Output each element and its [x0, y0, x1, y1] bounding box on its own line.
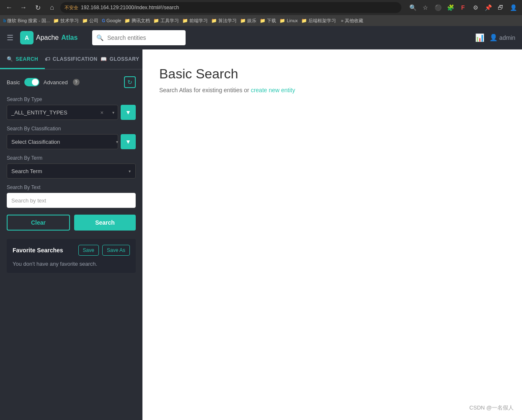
user-button[interactable]: 👤 admin	[489, 34, 515, 41]
search-icon-btn[interactable]: 🔍	[407, 2, 418, 13]
type-select-box[interactable]: _ALL_ENTITY_TYPES × ▾	[7, 105, 118, 120]
refresh-button[interactable]: ↻	[124, 76, 136, 88]
favorite-searches-section: Favorite Searches Save Save As You don't…	[7, 239, 136, 273]
favorite-title: Favorite Searches	[13, 247, 75, 254]
bookmark-entertainment[interactable]: 📁 娱乐	[240, 18, 256, 24]
basic-label: Basic	[7, 79, 20, 86]
nav-forward-button[interactable]: →	[18, 2, 29, 13]
feedly-btn[interactable]: F	[457, 2, 468, 13]
bookmark-linux[interactable]: 📁 Linux	[279, 18, 297, 23]
logo-icon: A	[20, 31, 34, 44]
browser-chrome: ← → ↻ ⌂ 不安全 192.168.164.129:21000/index.…	[0, 0, 522, 26]
user-avatar-btn[interactable]: 👤	[508, 2, 519, 13]
search-by-type-group: Search By Type _ALL_ENTITY_TYPES × ▾ ▼	[7, 96, 136, 120]
filter-icon: ▼	[125, 109, 131, 116]
nav-tabs: 🔍 SEARCH 🏷 CLASSIFICATION 📖 GLOSSARY	[0, 49, 142, 70]
bookmark-tech[interactable]: 📁 技术学习	[53, 18, 79, 24]
term-select-wrapper: Search Term ▾	[7, 163, 136, 179]
classification-select[interactable]: Select Classification	[7, 134, 118, 149]
search-by-text-input[interactable]	[7, 193, 136, 208]
nav-back-button[interactable]: ←	[3, 2, 15, 13]
bookmark-other[interactable]: » 其他收藏	[341, 18, 363, 24]
save-button[interactable]: Save	[78, 245, 99, 256]
app-container: ☰ A Apache Atlas 🔍 📊 👤 admin 🔍	[0, 26, 522, 420]
tab-glossary[interactable]: 📖 GLOSSARY	[98, 50, 142, 69]
user-label: admin	[499, 34, 515, 41]
bookmark-bing[interactable]: b 微软 Bing 搜索 - 国...	[3, 18, 50, 24]
classification-filter-button[interactable]: ▼	[121, 134, 136, 149]
profile-icon-btn[interactable]: ⚫	[432, 2, 443, 13]
type-filter-button[interactable]: ▼	[121, 105, 136, 120]
bookmark-backend[interactable]: 📁 后端框架学习	[301, 18, 336, 24]
pin-btn[interactable]: 📌	[483, 2, 494, 13]
page-subtitle: Search Atlas for existing entities or cr…	[159, 87, 505, 93]
classification-tab-label: CLASSIFICATION	[53, 56, 98, 62]
bookmark-tools[interactable]: 📁 工具学习	[153, 18, 179, 24]
search-by-classification-label: Search By Classification	[7, 126, 136, 132]
extensions-btn[interactable]: 🧩	[445, 2, 456, 13]
bookmark-frontend[interactable]: 📁 前端学习	[182, 18, 208, 24]
search-entities-input[interactable]	[92, 30, 186, 45]
logo-text-apache: Apache	[36, 34, 59, 41]
mode-toggle-row: Basic Advanced ? ↻	[7, 76, 136, 88]
menu-hamburger-icon[interactable]: ☰	[7, 33, 13, 42]
bookmark-tencent[interactable]: 📁 腾讯文档	[124, 18, 150, 24]
clear-button[interactable]: Clear	[7, 215, 70, 231]
topbar-right: 📊 👤 admin	[475, 33, 515, 42]
bookmark-company[interactable]: 📁 公司	[82, 18, 98, 24]
search-by-term-group: Search By Term Search Term ▾	[7, 155, 136, 179]
browser-icon-group: 🔍 ☆ ⚫ 🧩 F ⚙ 📌 🗗 👤	[407, 2, 519, 13]
search-by-text-label: Search By Text	[7, 184, 136, 190]
search-by-classification-group: Search By Classification Select Classifi…	[7, 126, 136, 149]
search-entities-wrapper: 🔍	[92, 30, 470, 45]
app-logo: A Apache Atlas	[20, 31, 87, 44]
advanced-label: Advanced	[44, 79, 68, 86]
security-warning: 不安全	[65, 5, 78, 11]
type-clear-icon[interactable]: ×	[100, 109, 103, 116]
settings-btn[interactable]: ⚙	[470, 2, 481, 13]
classification-select-wrapper: Select Classification ▾ ▼	[7, 134, 136, 149]
tab-search[interactable]: 🔍 SEARCH	[0, 50, 45, 69]
classification-tab-icon: 🏷	[45, 56, 50, 62]
toggle-knob	[32, 79, 39, 86]
bookmarks-bar: b 微软 Bing 搜索 - 国... 📁 技术学习 📁 公司 G Google…	[0, 15, 522, 26]
chart-icon[interactable]: 📊	[475, 33, 484, 42]
search-by-type-label: Search By Type	[7, 96, 136, 102]
bookmark-download[interactable]: 📁 下载	[260, 18, 276, 24]
main-content: Basic Search Search Atlas for existing e…	[142, 49, 522, 420]
save-as-button[interactable]: Save As	[102, 245, 130, 256]
bookmark-algo[interactable]: 📁 算法学习	[211, 18, 237, 24]
sidebar-toggle-btn[interactable]: 🗗	[495, 2, 506, 13]
type-select-value: _ALL_ENTITY_TYPES	[11, 109, 67, 116]
app-topbar: ☰ A Apache Atlas 🔍 📊 👤 admin	[0, 26, 522, 49]
type-select-wrapper: _ALL_ENTITY_TYPES × ▾ ▼	[7, 105, 136, 120]
subtitle-text: Search Atlas for existing entities or	[159, 87, 249, 93]
term-select[interactable]: Search Term	[7, 163, 136, 179]
bookmark-star-btn[interactable]: ☆	[420, 2, 431, 13]
action-buttons: Clear Search	[7, 215, 136, 231]
search-panel: Basic Advanced ? ↻ Search By Type _ALL_E…	[0, 70, 142, 420]
classification-filter-icon: ▼	[125, 138, 131, 145]
favorite-empty-text: You don't have any favorite search.	[13, 261, 130, 267]
search-tab-icon: 🔍	[7, 56, 13, 62]
type-dropdown-arrow-icon: ▾	[112, 110, 114, 115]
search-entities-icon: 🔍	[96, 34, 103, 41]
app-body: 🔍 SEARCH 🏷 CLASSIFICATION 📖 GLOSSARY Bas…	[0, 49, 522, 420]
create-entity-link[interactable]: create new entity	[251, 87, 295, 93]
mode-toggle-switch[interactable]	[24, 78, 39, 86]
page-title: Basic Search	[159, 66, 505, 82]
glossary-tab-label: GLOSSARY	[110, 56, 140, 62]
bookmark-google[interactable]: G Google	[102, 18, 121, 23]
address-bar[interactable]: 不安全 192.168.164.129:21000/index.html#!/s…	[60, 2, 401, 13]
search-button[interactable]: Search	[74, 215, 136, 231]
search-by-term-label: Search By Term	[7, 155, 136, 161]
nav-refresh-button[interactable]: ↻	[32, 2, 44, 13]
tab-classification[interactable]: 🏷 CLASSIFICATION	[45, 50, 97, 69]
search-by-text-group: Search By Text	[7, 184, 136, 208]
help-icon[interactable]: ?	[73, 79, 80, 86]
nav-home-button[interactable]: ⌂	[46, 2, 58, 13]
left-panel: 🔍 SEARCH 🏷 CLASSIFICATION 📖 GLOSSARY Bas…	[0, 49, 142, 420]
search-tab-label: SEARCH	[16, 56, 39, 62]
favorite-header: Favorite Searches Save Save As	[13, 245, 130, 256]
logo-text-atlas: Atlas	[61, 34, 78, 41]
